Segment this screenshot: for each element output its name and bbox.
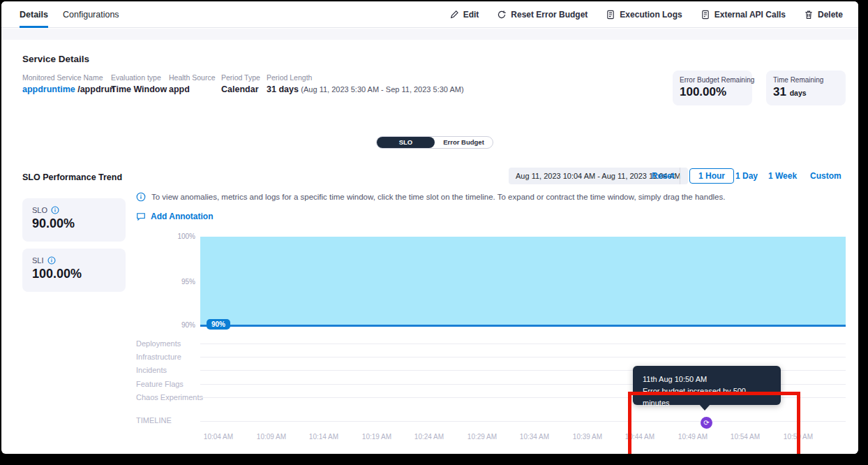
period-length-detail: (Aug 11, 2023 5:30 AM - Sep 11, 2023 5:3… xyxy=(301,85,463,94)
slo-card: SLO 90.00% xyxy=(22,198,126,242)
x-axis-tick: 10:34 AM xyxy=(510,433,559,441)
view-toggle: SLO Error Budget xyxy=(376,136,493,149)
trash-icon xyxy=(804,10,814,20)
field-period-length: Period Length 31 days (Aug 11, 2023 5:30… xyxy=(267,73,464,94)
info-icon[interactable] xyxy=(47,256,56,265)
tooltip-arrow xyxy=(699,404,710,411)
x-axis-tick: 10:39 AM xyxy=(563,433,612,441)
document-icon xyxy=(606,10,615,20)
toolbar: Edit Reset Error Budget Execution Logs E… xyxy=(449,1,843,28)
row-label-feature-flags: Feature Flags xyxy=(136,380,184,388)
x-axis-tick: 10:59 AM xyxy=(774,433,823,441)
field-monitored-service: Monitored Service Name appdruntime /appd… xyxy=(22,73,115,94)
sli-area-chart[interactable] xyxy=(200,237,846,326)
toggle-error-budget[interactable]: Error Budget xyxy=(435,137,493,148)
x-axis-tick: 10:29 AM xyxy=(458,433,507,441)
execution-logs-button[interactable]: Execution Logs xyxy=(606,10,682,20)
slo-target-badge: 90% xyxy=(207,319,230,330)
tab-configurations[interactable]: Configurations xyxy=(63,1,119,28)
range-1-week-button[interactable]: 1 Week xyxy=(768,168,797,184)
tooltip-timestamp: 11th Aug 10:50 AM xyxy=(643,374,771,385)
annotation-tooltip: 11th Aug 10:50 AM Error budget increased… xyxy=(633,366,781,405)
sli-value: 100.00% xyxy=(32,267,116,281)
page-background-band xyxy=(1,29,858,40)
trend-title: SLO Performance Trend xyxy=(22,172,122,182)
edit-button[interactable]: Edit xyxy=(449,10,479,20)
reset-icon xyxy=(497,10,507,20)
time-remaining-unit: days xyxy=(790,89,807,97)
info-banner: To view anomalies, metrics and logs for … xyxy=(136,193,725,202)
row-label-incidents: Incidents xyxy=(136,366,167,374)
x-axis-tick: 10:04 AM xyxy=(194,433,243,441)
chat-bubble-icon xyxy=(136,212,146,221)
divider xyxy=(680,168,680,184)
y-axis-tick-100: 100% xyxy=(167,232,195,240)
toggle-slo[interactable]: SLO xyxy=(377,137,435,148)
annotation-marker-icon[interactable]: ⟳ xyxy=(701,417,712,429)
error-budget-remaining-card: Error Budget Remaining 100.00% xyxy=(673,71,752,105)
x-axis-tick: 10:14 AM xyxy=(299,433,348,441)
tab-details[interactable]: Details xyxy=(20,1,48,28)
time-remaining-card: Time Remaining 31 days xyxy=(766,71,846,105)
row-track[interactable] xyxy=(200,344,846,344)
info-icon[interactable] xyxy=(51,206,59,214)
app-window: Details Configurations Edit Reset Error … xyxy=(1,1,858,454)
field-health-source: Health Source appd xyxy=(169,73,216,94)
add-annotation-button[interactable]: Add Annotation xyxy=(136,212,214,221)
x-axis-tick: 10:44 AM xyxy=(615,433,664,441)
range-1-hour-button[interactable]: 1 Hour xyxy=(689,168,734,184)
slo-value: 90.00% xyxy=(32,216,116,231)
info-text: To view anomalies, metrics and logs for … xyxy=(151,193,725,201)
x-axis-tick: 10:19 AM xyxy=(352,433,401,441)
service-details-title: Service Details xyxy=(22,54,89,64)
row-label-infrastructure: Infrastructure xyxy=(136,353,181,361)
row-track[interactable] xyxy=(200,421,846,422)
reset-link[interactable]: Reset xyxy=(652,168,675,184)
field-period-type: Period Type Calendar xyxy=(221,73,260,94)
reset-error-budget-button[interactable]: Reset Error Budget xyxy=(497,10,588,20)
row-label-timeline: TIMELINE xyxy=(136,416,172,425)
tab-bar: Details Configurations Edit Reset Error … xyxy=(1,1,858,28)
x-axis-tick: 10:49 AM xyxy=(668,433,717,441)
monitored-service-link[interactable]: appdruntime xyxy=(22,84,75,94)
x-axis-tick: 10:09 AM xyxy=(247,433,296,441)
y-axis-tick-95: 95% xyxy=(167,278,195,286)
sli-card: SLI 100.00% xyxy=(22,249,126,292)
range-1-day-button[interactable]: 1 Day xyxy=(735,168,758,184)
external-api-calls-button[interactable]: External API Calls xyxy=(701,10,786,20)
range-custom-button[interactable]: Custom xyxy=(810,168,841,184)
delete-button[interactable]: Delete xyxy=(804,10,843,20)
main-content: Service Details Monitored Service Name a… xyxy=(10,40,857,454)
document-api-icon xyxy=(701,10,710,20)
x-axis-tick: 10:24 AM xyxy=(405,433,454,441)
field-evaluation-type: Evaluation type Time Window xyxy=(111,73,167,94)
monitored-service-suffix: /appdrun xyxy=(77,84,114,94)
row-label-deployments: Deployments xyxy=(136,339,181,348)
slo-target-line xyxy=(200,325,846,327)
y-axis-tick-90: 90% xyxy=(167,321,195,329)
x-axis-tick: 10:54 AM xyxy=(721,433,770,441)
row-track[interactable] xyxy=(200,357,846,357)
pencil-icon xyxy=(449,10,459,20)
row-label-chaos-experiments: Chaos Experiments xyxy=(136,393,203,401)
info-icon xyxy=(136,192,146,202)
